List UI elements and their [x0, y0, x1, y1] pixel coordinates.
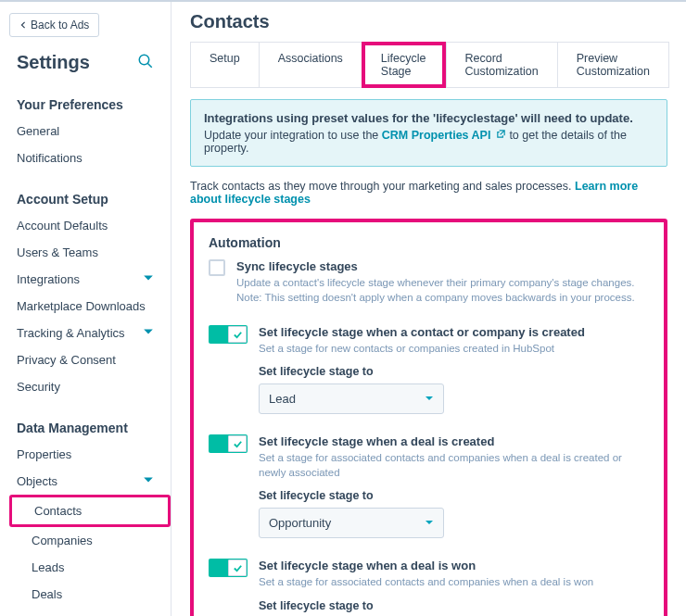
setting-deal-created-desc: Set a stage for associated contacts and …: [259, 450, 649, 480]
nav-objects-contacts-highlight: Contacts: [9, 495, 171, 527]
nav-objects[interactable]: Objects: [0, 468, 171, 495]
banner-title: Integrations using preset values for the…: [204, 111, 654, 125]
check-icon: [228, 559, 247, 576]
crm-properties-api-link[interactable]: CRM Properties API: [382, 129, 510, 142]
setting-on-create-desc: Set a stage for new contacts or companie…: [259, 341, 649, 356]
settings-heading: Settings: [17, 52, 90, 73]
caret-down-icon: [425, 516, 434, 530]
banner-body: Update your integration to use the CRM P…: [204, 129, 654, 155]
chevron-left-icon: [19, 19, 27, 31]
field-label: Set lifecycle stage to: [259, 599, 649, 612]
nav-general[interactable]: General: [0, 118, 171, 145]
sync-lifecycle-checkbox[interactable]: [209, 259, 225, 276]
chevron-down-icon: [143, 326, 154, 340]
nav-objects-leads[interactable]: Leads: [0, 554, 171, 581]
tab-preview-customization[interactable]: Preview Customization: [557, 42, 669, 88]
tab-associations[interactable]: Associations: [259, 42, 362, 88]
caret-down-icon: [425, 392, 434, 406]
select-on-create[interactable]: Lead: [259, 383, 444, 414]
nav-notifications[interactable]: Notifications: [0, 145, 171, 171]
nav-objects-deals[interactable]: Deals: [0, 581, 171, 608]
track-description: Track contacts as they move through your…: [190, 180, 667, 206]
toggle-deal-created[interactable]: [209, 434, 248, 453]
section-your-preferences: Your Preferences: [0, 90, 171, 118]
toggle-on-create[interactable]: [209, 325, 248, 344]
svg-point-0: [139, 55, 149, 65]
nav-properties[interactable]: Properties: [0, 441, 171, 468]
tab-lifecycle-stage[interactable]: Lifecycle Stage: [362, 42, 446, 88]
tab-record-customization[interactable]: Record Customization: [446, 42, 557, 88]
sidebar: Back to Ads Settings Your Preferences Ge…: [0, 2, 172, 616]
setting-on-create-label: Set lifecycle stage when a contact or co…: [259, 325, 649, 339]
nav-objects-contacts[interactable]: Contacts: [12, 497, 168, 524]
nav-integrations[interactable]: Integrations: [0, 266, 171, 293]
main-content: Contacts Setup Associations Lifecycle St…: [172, 2, 686, 616]
external-link-icon: [496, 129, 506, 139]
select-deal-created[interactable]: Opportunity: [259, 508, 444, 538]
setting-deal-won-desc: Set a stage for associated contacts and …: [259, 574, 649, 589]
page-title: Contacts: [190, 11, 667, 32]
automation-header: Automation: [209, 235, 649, 250]
field-label: Set lifecycle stage to: [259, 489, 649, 502]
check-icon: [228, 435, 247, 452]
automation-panel: Automation Sync lifecycle stages Update …: [190, 219, 667, 616]
nav-privacy-consent[interactable]: Privacy & Consent: [0, 346, 171, 373]
setting-deal-won-label: Set lifecycle stage when a deal is won: [259, 559, 649, 572]
sync-lifecycle-desc: Update a contact's lifecycle stage whene…: [236, 275, 649, 305]
setting-deal-created-label: Set lifecycle stage when a deal is creat…: [259, 434, 649, 448]
section-account-setup: Account Setup: [0, 184, 171, 212]
back-label: Back to Ads: [31, 19, 89, 31]
nav-objects-companies[interactable]: Companies: [0, 527, 171, 554]
search-icon[interactable]: [137, 53, 154, 72]
back-to-ads-button[interactable]: Back to Ads: [9, 13, 99, 37]
nav-users-teams[interactable]: Users & Teams: [0, 239, 171, 266]
nav-objects-tickets[interactable]: Tickets: [0, 608, 171, 616]
nav-marketplace-downloads[interactable]: Marketplace Downloads: [0, 293, 171, 320]
nav-security[interactable]: Security: [0, 373, 171, 400]
section-data-management: Data Management: [0, 413, 171, 441]
check-icon: [228, 326, 247, 343]
toggle-deal-won[interactable]: [209, 559, 248, 577]
sync-lifecycle-label: Sync lifecycle stages: [236, 259, 649, 273]
nav-account-defaults[interactable]: Account Defaults: [0, 212, 171, 239]
nav-tracking-analytics[interactable]: Tracking & Analytics: [0, 320, 171, 346]
chevron-down-icon: [143, 272, 154, 286]
tab-setup[interactable]: Setup: [190, 42, 259, 88]
svg-line-1: [147, 63, 152, 68]
chevron-down-icon: [143, 474, 154, 488]
integration-warning-banner: Integrations using preset values for the…: [190, 99, 667, 167]
tab-bar: Setup Associations Lifecycle Stage Recor…: [190, 42, 667, 88]
field-label: Set lifecycle stage to: [259, 365, 649, 378]
